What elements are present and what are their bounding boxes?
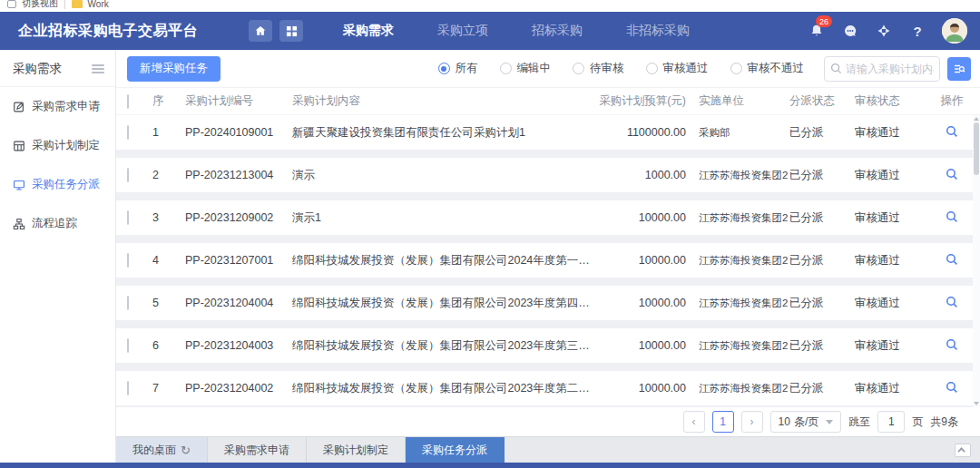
cell-budget: 10000.00 xyxy=(597,297,699,309)
workspace-tab-bar: 我的桌面↻采购需求申请采购计划制定采购任务分派 xyxy=(116,436,980,463)
radio-icon xyxy=(500,63,512,74)
table-scrollbar[interactable] xyxy=(973,115,980,407)
cell-budget: 10000.00 xyxy=(597,339,699,352)
cell-code: PP-20240109001 xyxy=(185,126,292,139)
next-page-button[interactable]: › xyxy=(741,411,763,433)
view-detail-button[interactable] xyxy=(946,381,958,394)
filter-radio-1[interactable]: 所有 xyxy=(438,61,478,76)
cell-unit: 江苏苏海投资集团2 xyxy=(699,169,789,181)
notifications-button[interactable]: 26 xyxy=(808,22,826,40)
app-title: 企业招标采购电子交易平台 xyxy=(18,22,198,41)
sidebar-item-3[interactable]: 采购任务分派 xyxy=(0,165,115,204)
table-row: 2PP-20231213004演示1000.00江苏苏海投资集团2已分派审核通过 xyxy=(116,158,973,192)
collapse-tabbar-button[interactable] xyxy=(955,444,971,457)
chevron-down-icon xyxy=(826,420,833,424)
filter-label: 编辑中 xyxy=(517,61,552,76)
row-checkbox[interactable] xyxy=(127,125,129,140)
view-detail-button[interactable] xyxy=(946,338,958,351)
filter-radio-3[interactable]: 待审核 xyxy=(573,61,624,76)
edit-doc-icon xyxy=(13,101,25,113)
cell-budget: 1000.00 xyxy=(597,169,699,181)
page-label: 页 xyxy=(912,414,923,430)
cell-content: 绵阳科技城发展投资（发展）集团有限公司2023年度第四季度采购 xyxy=(292,296,597,311)
filter-radio-5[interactable]: 审核不通过 xyxy=(730,61,805,76)
refresh-icon[interactable]: ↻ xyxy=(181,444,191,457)
fullscreen-button[interactable] xyxy=(875,22,893,40)
cell-audit-status: 审核通过 xyxy=(855,168,931,183)
bookmark-favicon xyxy=(7,0,16,8)
column-header-seq: 序 xyxy=(152,93,185,109)
scroll-down-arrow-icon[interactable] xyxy=(974,402,979,405)
pagination: ‹ 1 › 10 条/页 跳至 页 共9条 xyxy=(116,407,980,436)
view-detail-button[interactable] xyxy=(946,253,958,266)
select-all-checkbox[interactable] xyxy=(127,94,129,109)
bookmark-folder-label[interactable]: Work xyxy=(88,0,109,9)
user-avatar[interactable] xyxy=(942,18,967,44)
cell-code: PP-20231204004 xyxy=(185,297,292,309)
apps-grid-icon xyxy=(286,25,298,37)
cell-unit: 采购部 xyxy=(699,126,789,139)
nav-tab-2[interactable]: 采购立项 xyxy=(436,14,490,48)
filter-label: 待审核 xyxy=(590,61,624,76)
view-detail-button[interactable] xyxy=(946,210,958,223)
workspace-tab-1[interactable]: 我的桌面↻ xyxy=(116,437,208,463)
cell-code: PP-20231209002 xyxy=(185,211,292,224)
cell-dispatch-status: 已分派 xyxy=(789,296,855,311)
view-detail-button[interactable] xyxy=(946,168,958,180)
nav-tab-1[interactable]: 采购需求 xyxy=(341,14,396,48)
current-page-button[interactable]: 1 xyxy=(712,411,734,433)
workspace-tab-2[interactable]: 采购需求申请 xyxy=(208,437,307,463)
bottom-strip xyxy=(0,463,980,468)
view-detail-button[interactable] xyxy=(946,125,958,138)
cell-seq: 5 xyxy=(152,297,185,309)
row-checkbox[interactable] xyxy=(127,381,129,395)
row-checkbox[interactable] xyxy=(127,168,129,182)
jump-page-input[interactable] xyxy=(877,411,905,433)
sidebar-item-label: 采购任务分派 xyxy=(32,177,100,192)
sidebar-item-2[interactable]: 采购计划制定 xyxy=(0,126,115,165)
apps-button[interactable] xyxy=(279,20,303,42)
scroll-up-arrow-icon[interactable] xyxy=(974,117,979,121)
row-checkbox[interactable] xyxy=(127,296,129,310)
filter-label: 审核通过 xyxy=(663,61,709,76)
workspace-tab-3[interactable]: 采购计划制定 xyxy=(307,437,406,463)
view-detail-button[interactable] xyxy=(946,296,958,308)
new-task-button[interactable]: 新增采购任务 xyxy=(127,56,220,82)
search-icon xyxy=(830,63,842,74)
filter-label: 审核不通过 xyxy=(748,61,805,76)
search-input[interactable] xyxy=(846,63,934,75)
scrollbar-thumb[interactable] xyxy=(974,122,979,175)
cell-dispatch-status: 已分派 xyxy=(789,253,855,268)
help-button[interactable]: ? xyxy=(908,22,926,40)
bookmark-label[interactable]: 切换视图 xyxy=(22,0,58,10)
nav-tab-4[interactable]: 非招标采购 xyxy=(624,14,691,48)
sidebar-item-label: 流程追踪 xyxy=(32,216,77,231)
advanced-search-button[interactable] xyxy=(947,57,971,81)
workspace-tab-4[interactable]: 采购任务分派 xyxy=(406,437,505,463)
row-checkbox[interactable] xyxy=(127,210,129,225)
radio-icon xyxy=(438,63,450,74)
sidebar-item-label: 采购需求申请 xyxy=(32,99,100,114)
messages-button[interactable] xyxy=(841,22,859,40)
sidebar-item-1[interactable]: 采购需求申请 xyxy=(0,87,115,126)
workspace-tab-label: 我的桌面 xyxy=(132,443,176,458)
cell-seq: 3 xyxy=(152,211,185,224)
home-button[interactable] xyxy=(249,20,272,42)
cell-audit-status: 审核通过 xyxy=(855,210,931,226)
filter-radio-4[interactable]: 审核通过 xyxy=(646,61,709,76)
row-checkbox[interactable] xyxy=(127,338,129,353)
table-row: 6PP-20231204003绵阳科技城发展投资（发展）集团有限公司2023年度… xyxy=(116,328,973,363)
page-size-select[interactable]: 10 条/页 xyxy=(770,411,842,433)
top-nav: 采购需求采购立项招标采购非招标采购 xyxy=(341,14,691,48)
sidebar-collapse-icon[interactable] xyxy=(92,63,104,75)
filter-radio-2[interactable]: 编辑中 xyxy=(500,61,552,76)
sidebar-item-4[interactable]: 流程追踪 xyxy=(0,204,115,243)
sidebar-item-label: 采购计划制定 xyxy=(32,138,100,153)
browser-bookmarks-bar: 切换视图 | Work xyxy=(0,0,980,12)
table-row: 1PP-20240109001新疆天聚建设投资集团有限责任公司采购计划11100… xyxy=(116,115,973,150)
row-checkbox[interactable] xyxy=(127,253,129,268)
nav-tab-3[interactable]: 招标采购 xyxy=(530,14,584,48)
prev-page-button[interactable]: ‹ xyxy=(683,411,705,433)
filter-search-icon xyxy=(953,63,965,75)
cell-audit-status: 审核通过 xyxy=(855,296,931,311)
